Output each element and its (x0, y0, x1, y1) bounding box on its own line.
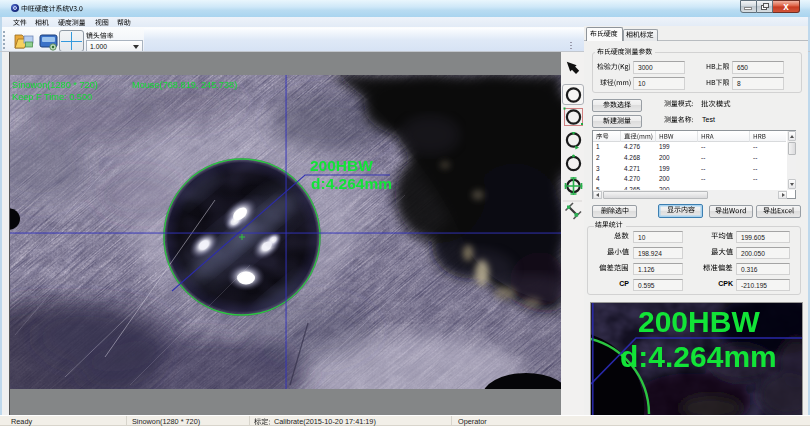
svg-text:d:4.264mm: d:4.264mm (311, 175, 392, 192)
svg-text:200HBW: 200HBW (310, 157, 373, 174)
svg-text:Sinowon(1280 * 720): Sinowon(1280 * 720) (12, 80, 98, 90)
svg-text:Mouse(768.819, 245.738): Mouse(768.819, 245.738) (132, 80, 237, 90)
svg-text:Keep F Time: 0.500: Keep F Time: 0.500 (12, 92, 92, 102)
